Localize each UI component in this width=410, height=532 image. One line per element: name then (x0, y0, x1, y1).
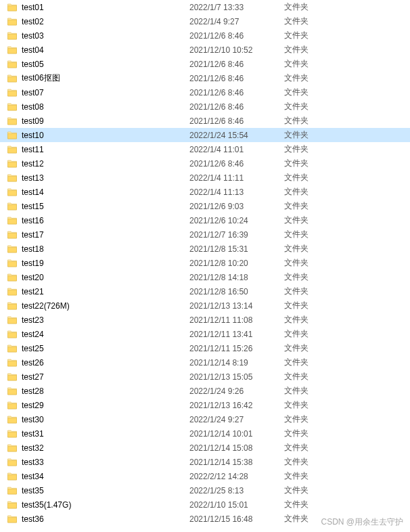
file-row[interactable]: test362021/12/15 16:48文件夹 (0, 512, 410, 526)
file-row[interactable]: test132022/1/4 11:11文件夹 (0, 171, 410, 185)
folder-icon (7, 158, 18, 169)
file-row[interactable]: test232021/12/11 11:08文件夹 (0, 313, 410, 327)
file-type: 文件夹 (284, 300, 338, 311)
file-name: test06抠图 (22, 72, 189, 84)
file-date: 2021/12/8 14:18 (189, 273, 284, 282)
file-date: 2021/12/14 15:38 (189, 458, 284, 467)
folder-icon (7, 2, 18, 13)
file-row[interactable]: test022022/1/4 9:27文件夹 (0, 14, 410, 28)
file-type: 文件夹 (284, 101, 338, 112)
file-name: test25 (22, 344, 189, 353)
file-type: 文件夹 (284, 286, 338, 297)
folder-icon (7, 116, 18, 127)
file-name: test16 (22, 216, 189, 225)
file-date: 2021/12/8 15:31 (189, 244, 284, 254)
file-row[interactable]: test352022/1/25 8:13文件夹 (0, 483, 410, 497)
file-row[interactable]: test22(726M)2021/12/13 13:14文件夹 (0, 298, 410, 313)
file-row[interactable]: test092021/12/6 8:46文件夹 (0, 114, 410, 128)
file-date: 2021/12/7 16:39 (189, 230, 284, 240)
file-row[interactable]: test202021/12/8 14:18文件夹 (0, 270, 410, 284)
folder-icon (7, 386, 18, 397)
file-type: 文件夹 (284, 115, 338, 127)
file-row[interactable]: test012022/1/7 13:33文件夹 (0, 0, 410, 14)
file-type: 文件夹 (284, 385, 338, 397)
folder-icon (7, 301, 18, 311)
file-row[interactable]: test06抠图2021/12/6 8:46文件夹 (0, 71, 410, 85)
file-name: test28 (22, 386, 189, 396)
file-row[interactable]: test042021/12/10 10:52文件夹 (0, 43, 410, 57)
file-row[interactable]: test172021/12/7 16:39文件夹 (0, 227, 410, 242)
file-name: test30 (22, 415, 189, 424)
folder-icon (7, 443, 18, 453)
file-name: test15 (22, 202, 189, 211)
file-row[interactable]: test262021/12/14 8:19文件夹 (0, 355, 410, 370)
folder-icon (7, 215, 18, 226)
file-row[interactable]: test272021/12/13 15:05文件夹 (0, 370, 410, 384)
file-type: 文件夹 (284, 470, 338, 482)
file-row[interactable]: test122021/12/6 8:46文件夹 (0, 156, 410, 171)
file-name: test01 (22, 3, 189, 12)
file-date: 2022/1/4 9:27 (189, 17, 284, 26)
folder-icon (7, 73, 18, 84)
file-type: 文件夹 (284, 143, 338, 155)
file-row[interactable]: test312021/12/14 10:01文件夹 (0, 426, 410, 441)
file-row[interactable]: test302022/1/24 9:27文件夹 (0, 412, 410, 426)
folder-icon (7, 87, 18, 98)
file-row[interactable]: test292021/12/13 16:42文件夹 (0, 398, 410, 412)
file-row[interactable]: test342022/2/12 14:28文件夹 (0, 469, 410, 483)
file-row[interactable]: test102022/1/24 15:54文件夹 (0, 128, 410, 142)
file-row[interactable]: test142022/1/4 11:13文件夹 (0, 185, 410, 199)
file-date: 2022/1/4 11:11 (189, 173, 284, 183)
file-row[interactable]: test322021/12/14 15:08文件夹 (0, 441, 410, 455)
file-date: 2022/1/24 9:27 (189, 415, 284, 424)
file-name: test33 (22, 458, 189, 467)
file-list[interactable]: test012022/1/7 13:33文件夹 test022022/1/4 9… (0, 0, 410, 526)
file-row[interactable]: test212021/12/8 16:50文件夹 (0, 284, 410, 298)
file-type: 文件夹 (284, 215, 338, 226)
file-row[interactable]: test252021/12/11 15:26文件夹 (0, 341, 410, 355)
file-type: 文件夹 (284, 428, 338, 439)
file-type: 文件夹 (284, 371, 338, 382)
folder-icon (7, 286, 18, 297)
folder-icon (7, 16, 18, 27)
file-row[interactable]: test242021/12/11 13:41文件夹 (0, 327, 410, 341)
file-row[interactable]: test182021/12/8 15:31文件夹 (0, 242, 410, 256)
file-date: 2021/12/6 8:46 (189, 159, 284, 169)
file-row[interactable]: test052021/12/6 8:46文件夹 (0, 57, 410, 71)
file-name: test09 (22, 116, 189, 126)
file-row[interactable]: test282022/1/24 9:26文件夹 (0, 384, 410, 398)
file-name: test05 (22, 60, 189, 69)
folder-icon (7, 30, 18, 41)
file-name: test07 (22, 88, 189, 97)
file-type: 文件夹 (284, 200, 338, 212)
folder-icon (7, 414, 18, 425)
file-name: test27 (22, 372, 189, 382)
file-date: 2021/12/6 8:46 (189, 60, 284, 69)
file-type: 文件夹 (284, 129, 338, 141)
folder-icon (7, 428, 18, 439)
file-date: 2021/12/6 10:24 (189, 216, 284, 225)
file-type: 文件夹 (284, 399, 338, 411)
file-row[interactable]: test332021/12/14 15:38文件夹 (0, 455, 410, 469)
file-name: test03 (22, 31, 189, 41)
file-type: 文件夹 (284, 172, 338, 183)
file-name: test26 (22, 358, 189, 368)
file-row[interactable]: test192021/12/8 10:20文件夹 (0, 256, 410, 270)
file-row[interactable]: test35(1.47G)2022/1/10 15:01文件夹 (0, 497, 410, 512)
file-row[interactable]: test162021/12/6 10:24文件夹 (0, 213, 410, 227)
file-row[interactable]: test152021/12/6 9:03文件夹 (0, 199, 410, 213)
file-name: test36 (22, 514, 189, 524)
file-date: 2021/12/13 15:05 (189, 372, 284, 382)
file-row[interactable]: test032021/12/6 8:46文件夹 (0, 28, 410, 43)
file-date: 2021/12/6 8:46 (189, 74, 284, 83)
folder-icon (7, 485, 18, 496)
file-date: 2022/1/24 9:26 (189, 386, 284, 396)
file-row[interactable]: test112022/1/4 11:01文件夹 (0, 142, 410, 156)
file-name: test31 (22, 429, 189, 439)
file-row[interactable]: test082021/12/6 8:46文件夹 (0, 99, 410, 114)
file-name: test34 (22, 472, 189, 481)
file-row[interactable]: test072021/12/6 8:46文件夹 (0, 85, 410, 99)
folder-icon (7, 272, 18, 283)
file-date: 2021/12/13 13:14 (189, 301, 284, 311)
file-name: test32 (22, 443, 189, 453)
